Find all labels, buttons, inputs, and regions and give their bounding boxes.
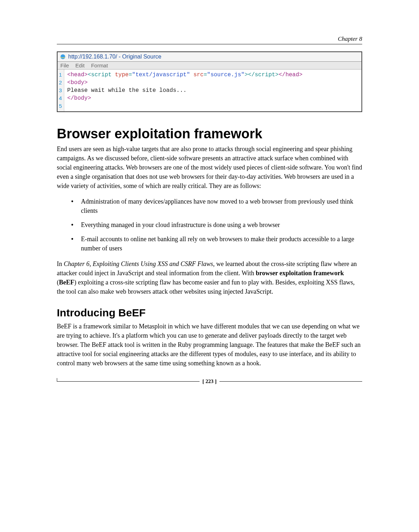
code-token: <script xyxy=(88,72,115,78)
code-token xyxy=(190,72,194,78)
menu-bar: File Edit Format xyxy=(58,62,361,70)
code-token: > xyxy=(245,72,248,78)
code-token: = xyxy=(129,72,132,78)
window-title-bar: http://192.168.1.70/ - Original Source xyxy=(58,52,361,62)
code-token: = xyxy=(203,72,207,78)
chapter-label: Chapter 8 xyxy=(57,35,362,44)
code-token: "source.js" xyxy=(207,72,245,78)
line-number: 4 xyxy=(59,94,62,102)
body-paragraph: BeEF is a framework similar to Metasploi… xyxy=(57,322,362,368)
chapter-title-ref: Exploiting Clients Using XSS and CSRF Fl… xyxy=(93,260,213,267)
list-item: Everything managed in your cloud infrast… xyxy=(71,220,362,229)
source-code-area: 1 2 3 4 5 <head><script type="text/javas… xyxy=(58,70,361,111)
list-item: Administration of many devices/appliance… xyxy=(71,197,362,215)
code-token: "text/javascript" xyxy=(132,72,190,78)
line-number: 5 xyxy=(59,102,62,110)
section-heading: Browser exploitation framework xyxy=(57,126,362,142)
term: browser exploitation framework xyxy=(256,270,344,277)
line-number: 1 xyxy=(59,71,62,79)
source-view-window: http://192.168.1.70/ - Original Source F… xyxy=(57,51,362,112)
menu-format[interactable]: Format xyxy=(91,62,108,68)
ie-icon xyxy=(60,54,66,60)
page-footer: [ 223 ] xyxy=(57,378,362,384)
menu-edit[interactable]: Edit xyxy=(75,62,85,68)
body-paragraph: In Chapter 6, Exploiting Clients Using X… xyxy=(57,259,362,296)
line-number-gutter: 1 2 3 4 5 xyxy=(58,70,64,111)
code-token: src xyxy=(194,72,204,78)
bullet-list: Administration of many devices/appliance… xyxy=(71,197,362,253)
body-paragraph: End users are seen as high-value targets… xyxy=(57,144,362,190)
code-token: type xyxy=(115,72,129,78)
code-token: <body> xyxy=(67,79,88,86)
line-number: 2 xyxy=(59,79,62,87)
term-abbrev: BeEF xyxy=(59,279,74,286)
code-token: Please wait while the site loads... xyxy=(67,87,186,94)
code-token: </script> xyxy=(248,72,278,78)
code-token: <head> xyxy=(67,72,88,78)
code-token: </head> xyxy=(279,72,303,78)
subsection-heading: Introducing BeEF xyxy=(57,307,362,319)
svg-point-0 xyxy=(60,54,65,59)
chapter-ref: Chapter 6 xyxy=(64,260,90,267)
window-title: http://192.168.1.70/ - Original Source xyxy=(68,54,161,60)
text: ) exploiting a cross-site scripting flaw… xyxy=(57,279,355,295)
list-item: E-mail accounts to online net banking al… xyxy=(71,234,362,253)
text: , xyxy=(89,260,93,267)
source-code-lines: <head><script type="text/javascript" src… xyxy=(64,70,305,111)
page-number: [ 223 ] xyxy=(200,378,219,384)
menu-file[interactable]: File xyxy=(60,62,69,68)
line-number: 3 xyxy=(59,87,62,94)
code-token: </body> xyxy=(67,95,91,101)
text: In xyxy=(57,260,64,267)
